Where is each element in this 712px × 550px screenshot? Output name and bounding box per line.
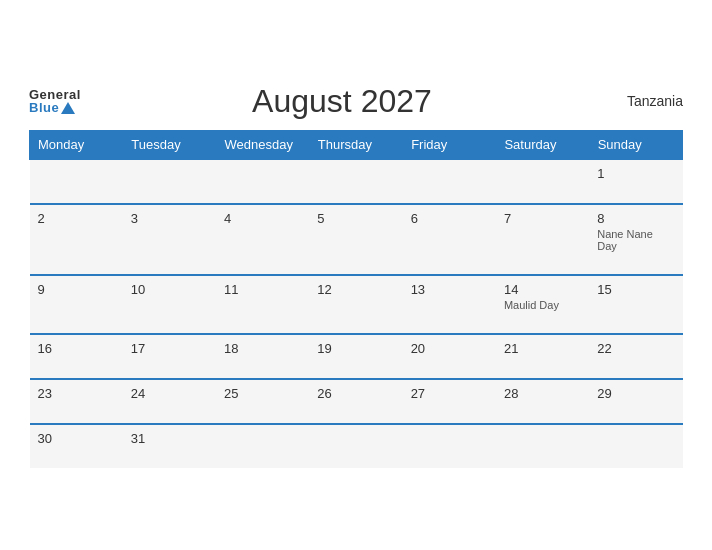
calendar-cell: 10 bbox=[123, 275, 216, 334]
calendar-cell: 28 bbox=[496, 379, 589, 424]
calendar-cell: 20 bbox=[403, 334, 496, 379]
calendar-week-row: 3031 bbox=[30, 424, 683, 468]
day-number: 3 bbox=[131, 211, 208, 226]
day-number: 10 bbox=[131, 282, 208, 297]
calendar-table: MondayTuesdayWednesdayThursdayFridaySatu… bbox=[29, 130, 683, 468]
calendar-cell: 13 bbox=[403, 275, 496, 334]
header-row: General Blue August 2027 Tanzania bbox=[29, 83, 683, 120]
calendar-cell: 2 bbox=[30, 204, 123, 275]
calendar-cell: 1 bbox=[589, 159, 682, 204]
calendar-week-row: 23242526272829 bbox=[30, 379, 683, 424]
day-number: 2 bbox=[38, 211, 115, 226]
calendar-cell: 26 bbox=[309, 379, 402, 424]
weekday-header-sunday: Sunday bbox=[589, 130, 682, 159]
calendar-cell: 3 bbox=[123, 204, 216, 275]
day-number: 6 bbox=[411, 211, 488, 226]
logo-area: General Blue bbox=[29, 88, 81, 114]
logo-blue-text: Blue bbox=[29, 101, 59, 114]
weekday-header-friday: Friday bbox=[403, 130, 496, 159]
weekday-header-thursday: Thursday bbox=[309, 130, 402, 159]
day-number: 16 bbox=[38, 341, 115, 356]
logo-triangle-icon bbox=[61, 102, 75, 114]
day-number: 7 bbox=[504, 211, 581, 226]
calendar-cell bbox=[403, 159, 496, 204]
day-number: 29 bbox=[597, 386, 674, 401]
calendar-week-row: 91011121314Maulid Day15 bbox=[30, 275, 683, 334]
calendar-cell: 9 bbox=[30, 275, 123, 334]
calendar-cell: 5 bbox=[309, 204, 402, 275]
weekday-header-tuesday: Tuesday bbox=[123, 130, 216, 159]
day-number: 21 bbox=[504, 341, 581, 356]
calendar-cell: 15 bbox=[589, 275, 682, 334]
calendar-cell: 24 bbox=[123, 379, 216, 424]
calendar-cell: 4 bbox=[216, 204, 309, 275]
day-number: 24 bbox=[131, 386, 208, 401]
calendar-cell bbox=[309, 424, 402, 468]
country-label: Tanzania bbox=[603, 93, 683, 109]
calendar-cell: 31 bbox=[123, 424, 216, 468]
calendar-cell: 14Maulid Day bbox=[496, 275, 589, 334]
weekday-header-row: MondayTuesdayWednesdayThursdayFridaySatu… bbox=[30, 130, 683, 159]
calendar-cell: 11 bbox=[216, 275, 309, 334]
day-number: 23 bbox=[38, 386, 115, 401]
calendar-cell bbox=[589, 424, 682, 468]
day-number: 5 bbox=[317, 211, 394, 226]
calendar-cell: 12 bbox=[309, 275, 402, 334]
day-number: 31 bbox=[131, 431, 208, 446]
calendar-cell: 25 bbox=[216, 379, 309, 424]
calendar-cell: 22 bbox=[589, 334, 682, 379]
day-number: 8 bbox=[597, 211, 674, 226]
calendar-cell: 6 bbox=[403, 204, 496, 275]
month-title: August 2027 bbox=[81, 83, 603, 120]
holiday-text: Maulid Day bbox=[504, 299, 581, 311]
calendar-cell: 7 bbox=[496, 204, 589, 275]
calendar-cell: 19 bbox=[309, 334, 402, 379]
weekday-header-monday: Monday bbox=[30, 130, 123, 159]
day-number: 1 bbox=[597, 166, 674, 181]
calendar-cell bbox=[496, 424, 589, 468]
calendar-cell bbox=[216, 159, 309, 204]
day-number: 30 bbox=[38, 431, 115, 446]
calendar-week-row: 16171819202122 bbox=[30, 334, 683, 379]
calendar-cell: 16 bbox=[30, 334, 123, 379]
day-number: 20 bbox=[411, 341, 488, 356]
calendar-cell: 27 bbox=[403, 379, 496, 424]
calendar-wrapper: General Blue August 2027 Tanzania Monday… bbox=[11, 65, 701, 486]
calendar-cell: 18 bbox=[216, 334, 309, 379]
day-number: 4 bbox=[224, 211, 301, 226]
weekday-header-wednesday: Wednesday bbox=[216, 130, 309, 159]
day-number: 9 bbox=[38, 282, 115, 297]
calendar-cell: 8Nane Nane Day bbox=[589, 204, 682, 275]
calendar-cell: 17 bbox=[123, 334, 216, 379]
day-number: 22 bbox=[597, 341, 674, 356]
calendar-week-row: 2345678Nane Nane Day bbox=[30, 204, 683, 275]
calendar-cell bbox=[309, 159, 402, 204]
calendar-cell: 29 bbox=[589, 379, 682, 424]
calendar-cell: 21 bbox=[496, 334, 589, 379]
calendar-cell: 23 bbox=[30, 379, 123, 424]
day-number: 26 bbox=[317, 386, 394, 401]
day-number: 17 bbox=[131, 341, 208, 356]
calendar-cell bbox=[403, 424, 496, 468]
day-number: 15 bbox=[597, 282, 674, 297]
day-number: 12 bbox=[317, 282, 394, 297]
calendar-cell bbox=[30, 159, 123, 204]
day-number: 27 bbox=[411, 386, 488, 401]
holiday-text: Nane Nane Day bbox=[597, 228, 674, 252]
day-number: 25 bbox=[224, 386, 301, 401]
day-number: 14 bbox=[504, 282, 581, 297]
calendar-cell bbox=[123, 159, 216, 204]
day-number: 13 bbox=[411, 282, 488, 297]
calendar-cell bbox=[216, 424, 309, 468]
logo-line: Blue bbox=[29, 101, 75, 114]
calendar-cell: 30 bbox=[30, 424, 123, 468]
day-number: 28 bbox=[504, 386, 581, 401]
day-number: 19 bbox=[317, 341, 394, 356]
day-number: 11 bbox=[224, 282, 301, 297]
weekday-header-saturday: Saturday bbox=[496, 130, 589, 159]
day-number: 18 bbox=[224, 341, 301, 356]
calendar-week-row: 1 bbox=[30, 159, 683, 204]
calendar-cell bbox=[496, 159, 589, 204]
